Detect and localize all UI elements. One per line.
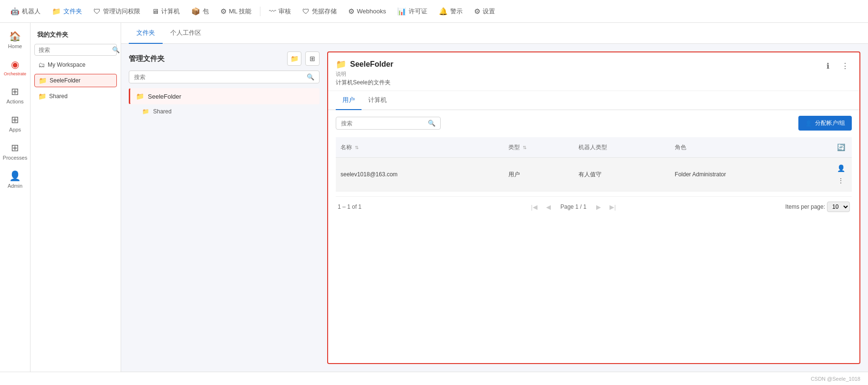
folder-panel-search[interactable]: 🔍 [34, 44, 117, 56]
actions-icon: ⊞ [11, 86, 19, 97]
row-more-button[interactable]: ⋮ [835, 174, 847, 187]
nav-audit[interactable]: 〰 审核 [264, 4, 296, 19]
search-icon-3: 🔍 [428, 120, 435, 127]
content-area: 文件夹 个人工作区 管理文件夹 📁 ⊞ [121, 23, 868, 372]
folder-list-item-seele[interactable]: 📁 SeeleFolder [129, 88, 320, 104]
page-footer: CSDN @Seele_1018 [0, 372, 868, 385]
webhooks-icon: ⚙ [348, 7, 354, 16]
add-folder-button[interactable]: 📁 [287, 51, 301, 66]
prev-page-button[interactable]: ◀ [542, 201, 555, 213]
shared-folder-icon: 📁 [38, 92, 46, 100]
last-page-button[interactable]: ▶| [607, 201, 619, 213]
nav-access[interactable]: 🛡 管理访问权限 [89, 4, 145, 19]
folder-shared[interactable]: 📁 Shared [34, 90, 117, 102]
refresh-button[interactable]: 🔄 [835, 141, 847, 153]
next-page-button[interactable]: ▶ [592, 201, 605, 213]
info-icon: ℹ [827, 61, 829, 71]
folder-manager-title: 管理文件夹 [129, 54, 165, 63]
shield-icon: 🛡 [93, 7, 101, 15]
footer-credit: CSDN @Seele_1018 [811, 376, 860, 382]
nav-compute[interactable]: 🖥 计算机 [147, 4, 185, 19]
nav-license[interactable]: 📊 许可证 [393, 4, 432, 19]
folder-list-search[interactable]: 🔍 [129, 71, 320, 83]
col-robot-type: 机器人类型 [574, 137, 670, 158]
my-folders-title: 我的文件夹 [34, 29, 117, 41]
folder-settings-button[interactable]: ⊞ [305, 51, 320, 66]
table-body: seelev1018@163.com 用户 有人值守 Folder Admini… [336, 158, 852, 192]
orchestrate-icon: ◉ [11, 59, 19, 70]
nav-ml[interactable]: ⚙ ML 技能 [216, 4, 256, 19]
my-folders-panel: 我的文件夹 🔍 🗂 My Workspace 📁 SeeleFolder 📁 S… [31, 23, 121, 372]
detail-header-actions: ℹ ⋮ [821, 59, 852, 72]
folder-seele[interactable]: 📁 SeeleFolder [34, 74, 117, 87]
sidebar-item-processes[interactable]: ⊞ Processes [2, 138, 29, 164]
shared-list-icon: 📁 [142, 108, 149, 115]
credential-icon: 🛡 [302, 7, 310, 15]
detail-info-button[interactable]: ℹ [821, 59, 835, 72]
detail-panel: 📁 SeeleFolder 说明 计算机Seele的文件夹 ℹ ⋮ [327, 51, 860, 364]
left-sidebar: 🏠 Home ◉ Orchestrate ⊞ Actions ⊞ Apps ⊞ … [0, 23, 31, 372]
detail-search-input[interactable] [341, 120, 425, 127]
folder-manager-actions: 📁 ⊞ [287, 51, 320, 66]
search-icon-2: 🔍 [307, 73, 314, 81]
detail-tabs: 用户 计算机 [328, 91, 859, 110]
cell-type: 用户 [504, 158, 574, 192]
content-split: 管理文件夹 📁 ⊞ 🔍 📁 [121, 44, 868, 372]
nav-folder[interactable]: 📁 文件夹 [47, 4, 87, 19]
col-type: 类型 ⇅ [504, 137, 574, 158]
sidebar-item-home[interactable]: 🏠 Home [2, 27, 29, 53]
robot-icon: 🤖 [10, 7, 20, 16]
assign-button[interactable]: 👤 分配帐户/组 [798, 116, 852, 131]
users-table: 名称 ⇅ 类型 ⇅ 机器人类型 [336, 137, 852, 192]
tab-folder[interactable]: 文件夹 [129, 23, 163, 44]
alert-icon: 🔔 [439, 7, 448, 16]
home-icon: 🏠 [9, 30, 21, 42]
nav-settings[interactable]: ⚙ 设置 [469, 4, 500, 19]
folder-panel-search-input[interactable] [39, 47, 110, 53]
sidebar-item-admin[interactable]: 👤 Admin [2, 166, 29, 192]
cell-name: seelev1018@163.com [336, 158, 504, 192]
nav-credential[interactable]: 🛡 凭据存储 [298, 4, 341, 19]
first-page-button[interactable]: |◀ [528, 201, 540, 213]
detail-tab-machines[interactable]: 计算机 [362, 91, 393, 110]
nav-webhooks[interactable]: ⚙ Webhooks [343, 4, 391, 19]
package-icon: 📦 [191, 7, 200, 16]
cell-row-actions: 👤 ⋮ [823, 158, 852, 192]
ml-icon: ⚙ [220, 7, 227, 16]
assign-icon: 👤 [805, 120, 812, 127]
folder-manager: 管理文件夹 📁 ⊞ 🔍 📁 [129, 51, 320, 364]
nav-robot[interactable]: 🤖 机器人 [6, 4, 45, 19]
cell-role: Folder Administrator [670, 158, 823, 192]
sort-name-icon[interactable]: ⇅ [355, 145, 359, 150]
detail-tab-users[interactable]: 用户 [336, 91, 362, 110]
search-icon: 🔍 [112, 46, 120, 53]
sort-type-icon[interactable]: ⇅ [523, 145, 527, 150]
folder-list-item-shared[interactable]: 📁 Shared [129, 105, 320, 118]
nav-divider-1 [260, 7, 260, 16]
folder-manager-header: 管理文件夹 📁 ⊞ [129, 51, 320, 66]
apps-icon: ⊞ [11, 114, 19, 125]
folder-my-workspace[interactable]: 🗂 My Workspace [34, 59, 117, 71]
detail-title-area: 📁 SeeleFolder 说明 计算机Seele的文件夹 [336, 59, 393, 87]
sidebar-item-orchestrate[interactable]: ◉ Orchestrate [2, 55, 29, 80]
detail-content: 🔍 👤 分配帐户/组 名称 ⇅ [328, 110, 859, 363]
seele-list-icon: 📁 [136, 92, 144, 100]
detail-search-box[interactable]: 🔍 [336, 117, 441, 130]
detail-description: 计算机Seele的文件夹 [336, 79, 393, 87]
admin-icon: 👤 [9, 170, 21, 182]
nav-package[interactable]: 📦 包 [186, 4, 214, 19]
sidebar-item-actions[interactable]: ⊞ Actions [2, 82, 29, 108]
detail-title: SeeleFolder [350, 60, 393, 69]
pagination-controls: |◀ ◀ Page 1 / 1 ▶ ▶| [528, 201, 619, 213]
detail-toolbar: 🔍 👤 分配帐户/组 [336, 116, 852, 131]
folder-list-search-input[interactable] [134, 74, 304, 81]
folder-nav-icon: 📁 [52, 7, 61, 16]
sidebar-item-apps[interactable]: ⊞ Apps [2, 110, 29, 136]
user-action-assign-icon[interactable]: 👤 [835, 162, 847, 174]
more-icon: ⋮ [841, 61, 849, 71]
table-row[interactable]: seelev1018@163.com 用户 有人值守 Folder Admini… [336, 158, 852, 192]
detail-more-button[interactable]: ⋮ [838, 59, 852, 72]
tab-workspace[interactable]: 个人工作区 [163, 23, 209, 44]
items-per-page-select[interactable]: 10 20 50 [827, 202, 850, 212]
nav-alert[interactable]: 🔔 警示 [434, 4, 467, 19]
